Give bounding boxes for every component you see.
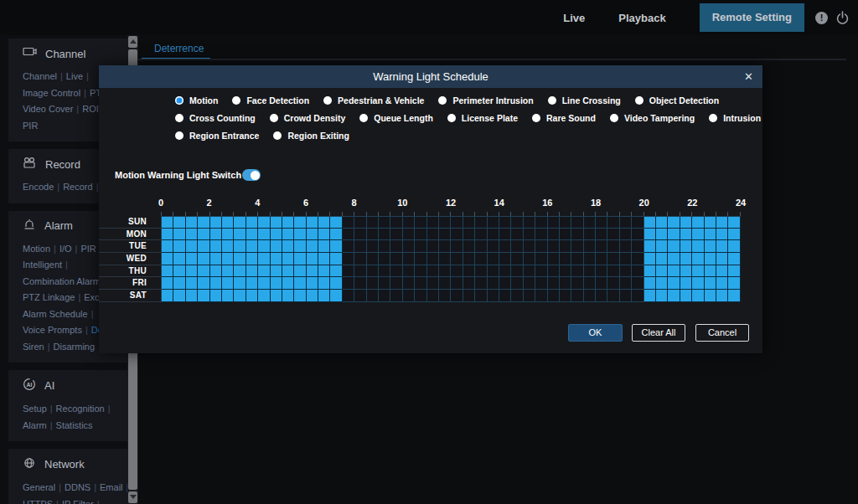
schedule-cell[interactable]: [294, 253, 306, 265]
schedule-cell[interactable]: [680, 290, 692, 302]
schedule-cell[interactable]: [234, 277, 246, 290]
schedule-cell[interactable]: [415, 290, 426, 302]
schedule-cell[interactable]: [379, 240, 390, 253]
schedule-cell[interactable]: [186, 277, 198, 290]
schedule-cell[interactable]: [307, 265, 318, 278]
radio-motion[interactable]: Motion: [175, 95, 218, 105]
radio-cross-counting[interactable]: Cross Counting: [175, 113, 256, 123]
schedule-cell[interactable]: [656, 253, 668, 265]
section-header[interactable]: Channel: [23, 46, 124, 61]
schedule-cell[interactable]: [234, 265, 246, 278]
schedule-cell[interactable]: [427, 240, 439, 253]
schedule-cell[interactable]: [234, 240, 246, 253]
schedule-cell[interactable]: [475, 265, 487, 278]
schedule-cell[interactable]: [680, 229, 692, 241]
schedule-cell[interactable]: [246, 253, 258, 265]
schedule-cell[interactable]: [403, 265, 415, 278]
sidebar-item-alarm-schedule[interactable]: Alarm Schedule: [23, 309, 88, 319]
schedule-cell[interactable]: [668, 277, 680, 290]
schedule-cell[interactable]: [173, 229, 185, 241]
radio-region-entrance[interactable]: Region Entrance: [175, 131, 259, 141]
schedule-cell[interactable]: [535, 277, 547, 290]
schedule-cell[interactable]: [705, 217, 716, 229]
schedule-cell[interactable]: [475, 240, 487, 253]
schedule-cell[interactable]: [246, 290, 258, 302]
schedule-cell[interactable]: [439, 217, 451, 229]
schedule-cell[interactable]: [318, 277, 330, 290]
schedule-cell[interactable]: [439, 253, 451, 265]
schedule-cell[interactable]: [367, 240, 379, 253]
schedule-cell[interactable]: [294, 290, 306, 302]
schedule-cell[interactable]: [210, 253, 222, 265]
schedule-cell[interactable]: [548, 265, 560, 278]
schedule-cell[interactable]: [596, 240, 607, 253]
schedule-cell[interactable]: [488, 229, 499, 241]
schedule-cell[interactable]: [668, 265, 680, 278]
schedule-cell[interactable]: [210, 265, 222, 278]
nav-remote-setting[interactable]: Remote Setting: [700, 3, 804, 32]
schedule-cell[interactable]: [656, 290, 668, 302]
schedule-cell[interactable]: [451, 229, 463, 241]
schedule-cell[interactable]: [258, 240, 270, 253]
schedule-cell[interactable]: [571, 253, 583, 265]
schedule-cell[interactable]: [162, 253, 173, 265]
schedule-cell[interactable]: [294, 277, 306, 290]
schedule-cell[interactable]: [535, 240, 547, 253]
schedule-cell[interactable]: [728, 277, 740, 290]
schedule-cell[interactable]: [222, 277, 234, 290]
sidebar-item-setup[interactable]: Setup: [23, 404, 47, 414]
power-icon[interactable]: [835, 11, 850, 25]
schedule-cell[interactable]: [282, 290, 294, 302]
sidebar-item-motion[interactable]: Motion: [23, 244, 50, 254]
schedule-cell[interactable]: [343, 277, 354, 290]
schedule-cell[interactable]: [282, 253, 294, 265]
schedule-cell[interactable]: [560, 217, 571, 229]
schedule-cell[interactable]: [571, 277, 583, 290]
schedule-cell[interactable]: [548, 290, 560, 302]
radio-object-detection[interactable]: Object Detection: [635, 95, 719, 105]
schedule-cell[interactable]: [632, 265, 644, 278]
schedule-cell[interactable]: [222, 253, 234, 265]
schedule-cell[interactable]: [234, 217, 246, 229]
schedule-cell[interactable]: [186, 229, 198, 241]
sidebar-item-intelligent[interactable]: Intelligent: [23, 260, 62, 270]
schedule-cell[interactable]: [390, 229, 402, 241]
schedule-cell[interactable]: [186, 240, 198, 253]
schedule-cell[interactable]: [607, 217, 619, 229]
schedule-cell[interactable]: [186, 217, 198, 229]
schedule-cell[interactable]: [439, 290, 451, 302]
schedule-cell[interactable]: [596, 253, 607, 265]
schedule-cell[interactable]: [451, 217, 463, 229]
ok-button[interactable]: OK: [568, 324, 623, 342]
schedule-cell[interactable]: [210, 277, 222, 290]
schedule-cell[interactable]: [271, 277, 282, 290]
sidebar-item-voice-prompts[interactable]: Voice Prompts: [23, 325, 82, 335]
schedule-cell[interactable]: [354, 253, 366, 265]
schedule-cell[interactable]: [560, 265, 571, 278]
schedule-cell[interactable]: [692, 240, 704, 253]
schedule-cell[interactable]: [475, 217, 487, 229]
schedule-cell[interactable]: [330, 229, 342, 241]
sidebar-item-https[interactable]: HTTPS: [23, 499, 53, 504]
schedule-cell[interactable]: [488, 290, 499, 302]
schedule-cell[interactable]: [475, 277, 487, 290]
schedule-cell[interactable]: [198, 290, 209, 302]
schedule-cell[interactable]: [307, 229, 318, 241]
warning-light-switch-toggle[interactable]: [242, 169, 261, 181]
schedule-cell[interactable]: [246, 217, 258, 229]
schedule-cell[interactable]: [511, 240, 523, 253]
sidebar-item-roi[interactable]: ROI: [82, 104, 99, 114]
schedule-cell[interactable]: [680, 265, 692, 278]
schedule-cell[interactable]: [511, 265, 523, 278]
alert-icon[interactable]: !: [815, 12, 828, 24]
schedule-cell[interactable]: [571, 240, 583, 253]
schedule-cell[interactable]: [584, 229, 596, 241]
schedule-cell[interactable]: [415, 265, 426, 278]
schedule-cell[interactable]: [584, 217, 596, 229]
schedule-cell[interactable]: [499, 217, 511, 229]
schedule-cell[interactable]: [728, 229, 740, 241]
schedule-cell[interactable]: [680, 217, 692, 229]
schedule-cell[interactable]: [705, 253, 716, 265]
schedule-cell[interactable]: [318, 240, 330, 253]
schedule-cell[interactable]: [668, 217, 680, 229]
